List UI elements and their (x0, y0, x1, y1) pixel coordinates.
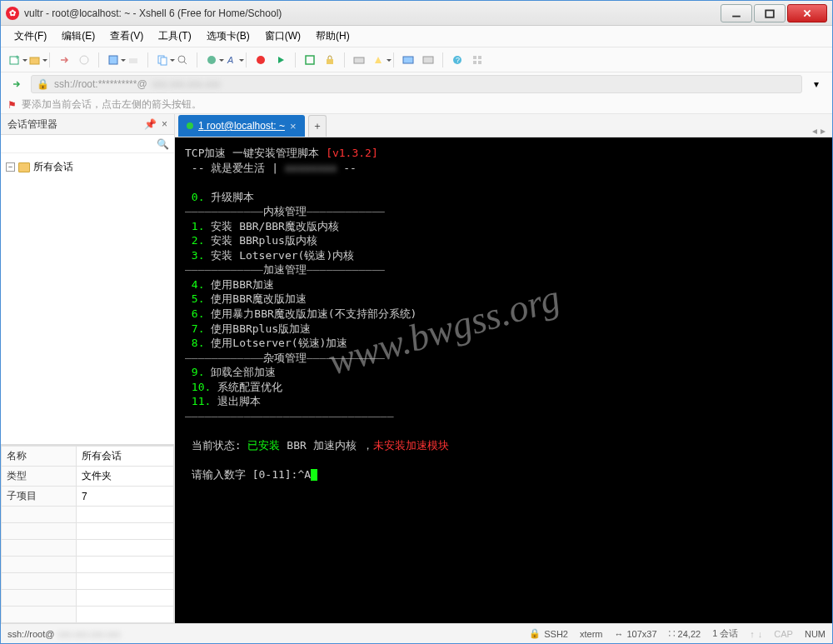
svg-marker-21 (375, 57, 382, 63)
bookmark-flag-icon[interactable]: ⚑ (7, 99, 17, 111)
app-window: ✿ vultr - root@localhost: ~ - Xshell 6 (… (0, 0, 833, 644)
menu-file[interactable]: 文件(F) (7, 27, 53, 46)
svg-rect-20 (354, 57, 364, 63)
find-button[interactable] (173, 51, 192, 69)
statusbar: ssh://root@ xxx.xxx.xxx.xxx 🔒SSH2 xterm … (1, 623, 832, 643)
svg-text:+: + (15, 54, 19, 62)
menu-window[interactable]: 窗口(W) (258, 27, 307, 46)
search-icon: 🔍 (157, 138, 169, 150)
svg-rect-8 (109, 56, 117, 64)
tab-next-icon[interactable]: ▸ (821, 125, 826, 137)
svg-rect-27 (478, 56, 481, 59)
address-dropdown[interactable]: ▾ (807, 75, 826, 93)
svg-rect-29 (478, 61, 481, 64)
menu-view[interactable]: 查看(V) (103, 27, 150, 46)
svg-text:?: ? (456, 56, 460, 64)
svg-rect-23 (423, 57, 433, 63)
tab-add-button[interactable]: ＋ (308, 115, 327, 137)
status-size: ↔107x37 (615, 629, 657, 639)
tree-collapse-icon[interactable]: − (6, 162, 15, 172)
svg-rect-19 (327, 59, 333, 64)
play-button[interactable] (272, 51, 290, 69)
highlight-button[interactable] (370, 51, 388, 69)
font-button[interactable]: A (222, 51, 241, 69)
titlebar: ✿ vultr - root@localhost: ~ - Xshell 6 (… (1, 1, 832, 26)
address-input[interactable]: 🔒 ssh://root:**********@ xxx.xxx.xxx.xxx (31, 75, 802, 93)
lock-icon: 🔒 (37, 78, 49, 90)
windows-button[interactable] (468, 51, 486, 69)
keyboard-button[interactable] (350, 51, 368, 69)
menu-edit[interactable]: 编辑(E) (55, 27, 102, 46)
tree-root-label: 所有会话 (33, 160, 73, 174)
panel-close-icon[interactable]: × (162, 118, 167, 130)
svg-rect-18 (306, 56, 314, 64)
svg-rect-22 (403, 57, 413, 63)
tab-label: root@localhost: ~ (207, 120, 285, 132)
status-num: NUM (805, 629, 826, 639)
session-properties: 名称所有会话 类型文件夹 子项目7 (1, 445, 174, 623)
svg-point-12 (178, 56, 185, 62)
copy-paste-button[interactable] (153, 51, 172, 69)
lock-button[interactable] (321, 51, 339, 69)
session-manager-panel: 会话管理器 📌 × 🔍 − 所有会话 名称所有会话 类型文件夹 (1, 114, 175, 623)
down-arrow-icon: ↓ (758, 629, 763, 639)
svg-marker-17 (278, 57, 284, 63)
folder-icon (18, 162, 30, 172)
status-ssh: 🔒SSH2 (529, 628, 568, 639)
minimize-button[interactable] (721, 4, 752, 22)
open-button[interactable] (26, 51, 44, 69)
svg-rect-11 (161, 57, 167, 65)
tab-prev-icon[interactable]: ◂ (812, 125, 817, 137)
svg-point-14 (207, 56, 216, 64)
address-host-hidden: xxx.xxx.xxx.xxx (152, 78, 221, 90)
watermark: www.bwgss.org (322, 272, 566, 388)
status-cap: CAP (774, 629, 793, 639)
tab-nav: ◂ ▸ (812, 125, 832, 137)
terminal[interactable]: TCP加速 一键安装管理脚本 [v1.3.2] -- 就是爱生活 | xxxxx… (175, 137, 832, 623)
new-session-button[interactable]: + (6, 51, 24, 69)
status-connection: ssh://root@ xxx.xxx.xxx.xxx (7, 629, 121, 639)
svg-point-16 (257, 56, 265, 64)
svg-rect-26 (473, 56, 476, 59)
tab-active[interactable]: 1 root@localhost: ~ × (178, 115, 305, 137)
record-button[interactable] (252, 51, 270, 69)
svg-rect-1 (766, 10, 774, 17)
transfer-button[interactable] (399, 51, 417, 69)
dimensions-icon: ↔ (615, 629, 624, 639)
svg-point-7 (80, 56, 88, 64)
svg-line-13 (184, 62, 187, 64)
print-button[interactable] (124, 51, 142, 69)
pin-icon[interactable]: 📌 (144, 118, 157, 130)
toolbar: + A ? (1, 47, 832, 72)
svg-rect-6 (30, 57, 39, 64)
session-search[interactable]: 🔍 (1, 135, 174, 153)
prop-row-name: 名称所有会话 (2, 447, 174, 467)
properties-button[interactable] (104, 51, 122, 69)
close-button[interactable] (787, 4, 827, 22)
menu-tab[interactable]: 选项卡(B) (200, 27, 257, 46)
reconnect-button[interactable] (55, 51, 73, 69)
app-logo-icon: ✿ (6, 7, 19, 20)
fullscreen-button[interactable] (301, 51, 319, 69)
disconnect-button[interactable] (75, 51, 93, 69)
status-cursor-pos: ⸬24,22 (669, 628, 701, 639)
svg-rect-28 (473, 61, 476, 64)
go-button[interactable] (7, 75, 26, 93)
status-termtype: xterm (580, 629, 603, 639)
hint-text: 要添加当前会话，点击左侧的箭头按钮。 (22, 97, 202, 112)
tab-close-icon[interactable]: × (290, 120, 297, 132)
connected-dot-icon (187, 122, 193, 129)
xftp-button[interactable] (419, 51, 437, 69)
tree-root-node[interactable]: − 所有会话 (4, 158, 171, 176)
color-scheme-button[interactable] (202, 51, 221, 69)
menu-tools[interactable]: 工具(T) (152, 27, 197, 46)
up-arrow-icon: ↑ (750, 629, 755, 639)
help-button[interactable]: ? (448, 51, 466, 69)
main-area: 1 root@localhost: ~ × ＋ ◂ ▸ TCP加速 一键安装管理… (175, 114, 832, 623)
window-controls (719, 4, 827, 22)
status-sessions: 1 会话 (712, 627, 738, 640)
hintbar: ⚑ 要添加当前会话，点击左侧的箭头按钮。 (1, 96, 832, 114)
maximize-button[interactable] (754, 4, 786, 22)
menu-help[interactable]: 帮助(H) (309, 27, 357, 46)
session-manager-title: 会话管理器 (7, 117, 57, 132)
